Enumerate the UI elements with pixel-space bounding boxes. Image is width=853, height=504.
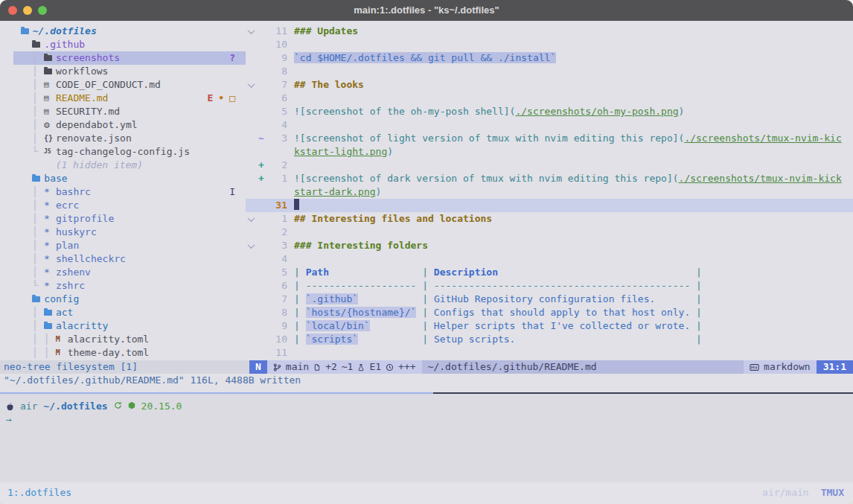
editor-line[interactable]: +2 [246, 159, 853, 172]
tree-item-base[interactable]: base [0, 172, 246, 185]
tree-guide [9, 159, 56, 172]
editor-line[interactable]: 11 [246, 346, 853, 360]
editor-line[interactable]: 1## Interesting files and locations [246, 212, 853, 226]
editor-line[interactable]: 4 [246, 252, 853, 266]
tree-item-label: base [44, 172, 67, 185]
line-text: ![screenshot of the oh-my-posh shell](./… [287, 105, 684, 118]
editor-line[interactable]: 10| `scripts` | Setup scripts. | [246, 333, 853, 346]
editor-line[interactable]: 4 [246, 118, 853, 132]
line-number: 4 [267, 252, 287, 266]
tree-item-alacritty[interactable]: │ alacritty [0, 319, 246, 333]
tree-item-renovate-json[interactable]: │ {}renovate.json [0, 132, 246, 145]
tree-guide: │ [9, 266, 44, 279]
text-segment: start-dark.png [294, 186, 376, 197]
diagnostics-count: E1 [369, 360, 381, 374]
editor-line[interactable]: 10 [246, 38, 853, 51]
tree-item-alacritty-toml[interactable]: │ │ Malacritty.toml [0, 333, 246, 346]
text-segment: | [294, 267, 306, 278]
tree-item--github[interactable]: .github [0, 38, 246, 51]
editor-line[interactable]: 9| `local/bin` | Helper scripts that I'v… [246, 319, 853, 333]
line-text: ## Interesting files and locations [287, 212, 492, 226]
tree-item-zshenv[interactable]: │ *zshenv [0, 266, 246, 279]
text-segment: ./screenshots/oh-my-posh.png [515, 106, 678, 117]
tree-item-security-md[interactable]: │ ▤SECURITY.md [0, 105, 246, 118]
folder-blue-icon [21, 28, 33, 34]
editor-line[interactable]: start-dark.png) [246, 185, 853, 199]
star-icon: * [44, 199, 56, 212]
markdown-icon [750, 364, 759, 371]
tree-item-theme-day-toml[interactable]: │ │ Mtheme-day.toml [0, 346, 246, 360]
fold-column [249, 212, 258, 226]
editor-line[interactable]: 8| `hosts/{hostname}/` | Configs that sh… [246, 306, 853, 319]
tree-item-tag-changelog-config-js[interactable]: └ JStag-changelog-config.js [0, 145, 246, 159]
editor-line[interactable]: 9`cd $HOME/.dotfiles && git pull && ./in… [246, 51, 853, 65]
tree-item-plan[interactable]: │ *plan [0, 239, 246, 252]
tree-guide: │ [9, 252, 44, 266]
editor-line[interactable]: +1![screenshot of dark version of tmux w… [246, 172, 853, 185]
editor-line[interactable]: 8 [246, 65, 853, 78]
tree-item-screenshots[interactable]: │ screenshots? [0, 51, 246, 65]
text-segment: Description [434, 267, 498, 278]
tree-item-zshrc[interactable]: └ *zshrc [0, 279, 246, 293]
editor-line[interactable]: 5![screenshot of the oh-my-posh shell](.… [246, 105, 853, 118]
editor-line[interactable]: kstart-light.png) [246, 145, 853, 159]
editor-line[interactable]: 2 [246, 226, 853, 239]
git-sync-icon [114, 400, 122, 413]
tree-item--1-hidden-item-[interactable]: (1 hidden item) [0, 159, 246, 172]
editor-line[interactable]: ~3![screenshot of light version of tmux … [246, 132, 853, 145]
text-segment: GitHub Repository configuration files. [434, 293, 655, 304]
editor-pane[interactable]: 11### Updates109`cd $HOME/.dotfiles && g… [246, 21, 853, 360]
neotree-status-text: neo-tree filesystem [1] [4, 361, 138, 372]
editor-line[interactable]: 6| ------------------- | ---------------… [246, 279, 853, 293]
line-number: 10 [267, 38, 287, 51]
tree-item-act[interactable]: │ act [0, 306, 246, 319]
tree-item-shellcheckrc[interactable]: │ *shellcheckrc [0, 252, 246, 266]
tree-item--dotfiles[interactable]: ~/.dotfiles [0, 25, 246, 38]
tree-item-workflows[interactable]: │ workflows [0, 65, 246, 78]
tree-guide: │ [9, 51, 44, 65]
editor-line[interactable]: 7| `.github` | GitHub Repository configu… [246, 293, 853, 306]
line-number: 8 [267, 306, 287, 319]
tree-item-label: zshenv [56, 266, 91, 279]
text-segment: `local/bin` [306, 320, 370, 331]
tree-item-readme-md[interactable]: │ ▤README.mdE•□ [0, 92, 246, 105]
editor-line[interactable]: 6 [246, 92, 853, 105]
tree-item-label: README.md [56, 92, 108, 105]
tree-item-code-of-conduct-md[interactable]: │ ▤CODE_OF_CONDUCT.md [0, 78, 246, 92]
tree-item-gitprofile[interactable]: │ *gitprofile [0, 212, 246, 226]
file-icon: ▤ [44, 92, 56, 105]
tree-item-label: .github [44, 38, 85, 51]
fold-column [249, 25, 258, 38]
tree-item-huskyrc[interactable]: │ *huskyrc [0, 226, 246, 239]
line-number: 10 [267, 333, 287, 346]
star-icon: * [44, 252, 56, 266]
tree-item-bashrc[interactable]: │ *bashrcI [0, 185, 246, 199]
tree-item-dependabot-yml[interactable]: │ ⚙dependabot.yml [0, 118, 246, 132]
editor-line[interactable]: 7## The looks [246, 78, 853, 92]
tree-item-config[interactable]: config [0, 293, 246, 306]
text-segment: Path [306, 267, 329, 278]
editor-line[interactable]: 5| Path | Description | [246, 266, 853, 279]
line-number: 6 [267, 279, 287, 293]
star-icon: * [44, 279, 56, 293]
line-number: 5 [267, 105, 287, 118]
editor-line[interactable]: 31 [246, 199, 853, 212]
line-text: start-dark.png) [287, 185, 381, 199]
editor-line[interactable]: 3### Interesting folders [246, 239, 853, 252]
editor-line[interactable]: 11### Updates [246, 25, 853, 38]
star-icon: * [44, 239, 56, 252]
tree-guide [9, 172, 32, 185]
tree-guide: │ [9, 185, 44, 199]
text-segment [329, 267, 416, 278]
tree-guide: │ │ [9, 346, 56, 360]
tree-guide: │ │ [9, 333, 56, 346]
text-segment: | [294, 334, 306, 345]
tree-item-label: ~/.dotfiles [33, 25, 97, 38]
tmux-window-tab[interactable]: 1:.dotfiles [7, 486, 71, 500]
tmux-pane-border[interactable] [0, 392, 853, 394]
tree-item-ecrc[interactable]: │ *ecrc [0, 199, 246, 212]
text-segment: `.github` [306, 293, 358, 304]
shell-pane[interactable]: air ~/.dotfiles 20.15.0 → [0, 394, 853, 482]
tree-item-label: huskyrc [56, 226, 97, 239]
text-segment: | [294, 293, 306, 304]
